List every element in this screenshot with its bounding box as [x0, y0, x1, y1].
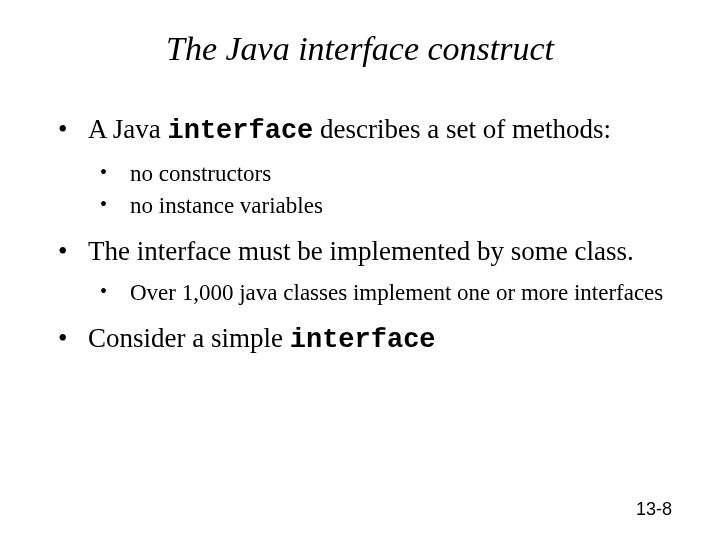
slide-title: The Java interface construct [50, 30, 670, 68]
code-keyword: interface [290, 325, 436, 355]
bullet-text: Consider a simple [88, 323, 290, 353]
page-number: 13-8 [636, 499, 672, 520]
bullet-item: The interface must be implemented by som… [50, 235, 670, 309]
bullet-text: A Java [88, 114, 167, 144]
sub-bullet-list: no constructors no instance variables [88, 159, 670, 221]
bullet-item: Consider a simple interface [50, 322, 670, 358]
sub-bullet-item: no instance variables [88, 191, 670, 221]
bullet-text: describes a set of methods: [313, 114, 611, 144]
bullet-text: The interface must be implemented by som… [88, 236, 634, 266]
sub-bullet-item: Over 1,000 java classes implement one or… [88, 278, 670, 308]
bullet-list: A Java interface describes a set of meth… [50, 113, 670, 358]
code-keyword: interface [167, 116, 313, 146]
sub-bullet-list: Over 1,000 java classes implement one or… [88, 278, 670, 308]
sub-bullet-item: no constructors [88, 159, 670, 189]
bullet-item: A Java interface describes a set of meth… [50, 113, 670, 221]
